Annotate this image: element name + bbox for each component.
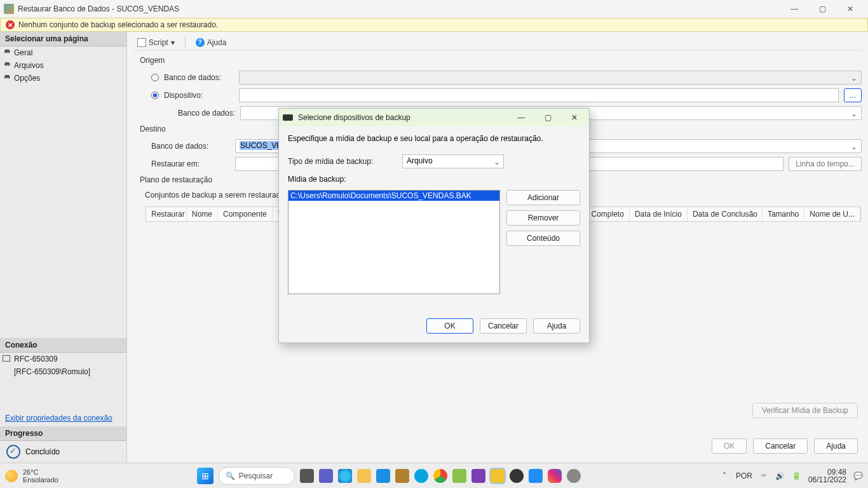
- sidebar: Selecionar uma página Geral Arquivos Opç…: [0, 32, 127, 463]
- toolbar: Script ▾ ?Ajuda: [133, 34, 862, 51]
- grid-col-restaurar[interactable]: Restaurar: [146, 207, 187, 221]
- warning-text: Nenhum conjunto de backup selecionado a …: [18, 20, 218, 29]
- view-connection-props-link[interactable]: Exibir propriedades da conexão: [0, 410, 126, 426]
- wifi-icon[interactable]: ⌔: [759, 471, 769, 481]
- grid-col-conclusao[interactable]: Data de Conclusão: [688, 207, 763, 221]
- start-button[interactable]: ⊞: [197, 468, 214, 484]
- search-icon: 🔍: [226, 471, 235, 480]
- toolbar-separator: [185, 37, 186, 48]
- chevron-down-icon: ⌄: [851, 142, 857, 151]
- dialog-maximize-button[interactable]: ▢: [537, 111, 559, 125]
- help-button[interactable]: ?Ajuda: [192, 37, 231, 48]
- app-icon: [4, 4, 14, 14]
- close-button[interactable]: ✕: [836, 0, 864, 18]
- drive-icon: [283, 114, 293, 121]
- timeline-button[interactable]: Linha do tempo...: [789, 157, 862, 171]
- error-icon: ✕: [6, 20, 15, 29]
- progress-row: Concluído: [0, 441, 126, 463]
- instagram-icon[interactable]: [548, 469, 562, 483]
- backup-media-listbox[interactable]: C:\Users\Romulo\Documents\SUCOS_VENDAS.B…: [288, 190, 500, 294]
- battery-icon[interactable]: 🔋: [792, 471, 802, 481]
- notifications-icon[interactable]: 💬: [853, 471, 863, 481]
- radio-database[interactable]: [151, 74, 159, 81]
- origin-label: Origem: [140, 56, 862, 65]
- taskbar-clock[interactable]: 09:48 06/11/2022: [808, 468, 846, 484]
- window-title: Restaurar Banco de Dados - SUCOS_VENDAS: [18, 4, 780, 13]
- dialog-minimize-button[interactable]: —: [510, 111, 532, 125]
- dialog-titlebar: Selecione dispositivos de backup — ▢ ✕: [279, 109, 589, 126]
- connection-user: [RFC-650309\Romulo]: [0, 365, 126, 378]
- obs-icon[interactable]: [510, 469, 524, 483]
- remove-media-button[interactable]: Remover: [506, 210, 580, 226]
- help-icon: ?: [196, 38, 205, 47]
- taskbar: 26°C Ensolarado ⊞ 🔍Pesquisar ˄ POR ⌔ 🔊 🔋…: [0, 463, 868, 488]
- task-view-icon[interactable]: [300, 469, 314, 483]
- volume-icon[interactable]: 🔊: [775, 471, 785, 481]
- weather-desc: Ensolarado: [23, 476, 58, 484]
- dialog-title: Selecione dispositivos de backup: [298, 113, 505, 122]
- restore-to-label: Restaurar em:: [151, 159, 230, 168]
- device-path-field[interactable]: [239, 88, 839, 102]
- ok-button[interactable]: OK: [712, 438, 747, 454]
- radio-database-label: Banco de dados:: [164, 73, 234, 82]
- edge-icon[interactable]: [338, 469, 352, 483]
- progress-complete-icon: [6, 445, 20, 459]
- help-button[interactable]: Ajuda: [814, 438, 858, 454]
- settings-icon[interactable]: [567, 469, 581, 483]
- grid-col-inicio[interactable]: Data de Início: [630, 207, 688, 221]
- grid-col-usuario[interactable]: Nome de U...: [804, 207, 860, 221]
- radio-device[interactable]: [151, 92, 159, 99]
- media-label: Mídia de backup:: [288, 175, 580, 184]
- origin-db2-label: Banco de dados:: [165, 109, 235, 118]
- chevron-down-icon: ⌄: [851, 109, 857, 118]
- store-icon[interactable]: [376, 469, 390, 483]
- contents-button[interactable]: Conteúdo: [506, 231, 580, 246]
- media-item-selected[interactable]: C:\Users\Romulo\Documents\SUCOS_VENDAS.B…: [288, 191, 499, 201]
- dialog-footer: OK Cancelar Ajuda: [133, 433, 862, 456]
- script-button[interactable]: Script ▾: [133, 37, 179, 48]
- verify-media-button[interactable]: Verificar Mídia de Backup: [752, 403, 858, 418]
- sidebar-item-opcoes[interactable]: Opções: [0, 72, 126, 85]
- sun-icon: [5, 470, 18, 482]
- progress-text: Concluído: [25, 447, 60, 456]
- radio-device-label: Dispositivo:: [164, 91, 234, 100]
- dialog-cancel-button[interactable]: Cancelar: [480, 318, 527, 334]
- add-media-button[interactable]: Adicionar: [506, 190, 580, 205]
- visual-studio-icon[interactable]: [471, 469, 485, 483]
- maximize-button[interactable]: ▢: [808, 0, 836, 18]
- warning-bar: ✕ Nenhum conjunto de backup selecionado …: [0, 18, 868, 32]
- server-icon: [3, 355, 10, 362]
- origin-database-combo: ⌄: [239, 71, 862, 85]
- ssms-icon[interactable]: [491, 469, 505, 483]
- weather-temp: 26°C: [23, 468, 58, 476]
- sidebar-item-arquivos[interactable]: Arquivos: [0, 59, 126, 72]
- media-type-combo[interactable]: Arquivo⌄: [402, 154, 504, 168]
- dialog-instruction: Especifique a mídia de backup e seu loca…: [288, 134, 580, 143]
- grid-col-componente[interactable]: Componente: [218, 207, 273, 221]
- chevron-down-icon: ▾: [171, 38, 175, 47]
- chevron-down-icon: ⌄: [494, 158, 500, 166]
- grid-col-nome[interactable]: Nome: [187, 207, 218, 221]
- cancel-button[interactable]: Cancelar: [753, 438, 808, 454]
- notepadpp-icon[interactable]: [452, 469, 466, 483]
- vscode-icon[interactable]: [529, 469, 543, 483]
- browse-device-button[interactable]: ...: [844, 88, 862, 102]
- chat-icon[interactable]: [319, 469, 333, 483]
- weather-widget[interactable]: 26°C Ensolarado: [5, 468, 58, 484]
- dialog-close-button[interactable]: ✕: [564, 111, 585, 125]
- minimize-button[interactable]: —: [780, 0, 808, 18]
- tray-chevron-icon[interactable]: ˄: [719, 471, 729, 481]
- titlebar: Restaurar Banco de Dados - SUCOS_VENDAS …: [0, 0, 868, 18]
- media-type-label: Tipo de mídia de backup:: [288, 157, 396, 166]
- chrome-icon[interactable]: [433, 469, 447, 483]
- language-indicator[interactable]: POR: [736, 471, 752, 480]
- file-explorer-icon[interactable]: [357, 469, 371, 483]
- dialog-ok-button[interactable]: OK: [426, 318, 473, 334]
- dialog-help-button[interactable]: Ajuda: [533, 318, 580, 334]
- taskbar-search[interactable]: 🔍Pesquisar: [219, 467, 295, 485]
- skype-icon[interactable]: [414, 469, 428, 483]
- sidebar-item-geral[interactable]: Geral: [0, 46, 126, 59]
- mail-icon[interactable]: [395, 469, 409, 483]
- chevron-down-icon: ⌄: [851, 74, 857, 83]
- grid-col-tamanho[interactable]: Tamanho: [763, 207, 804, 221]
